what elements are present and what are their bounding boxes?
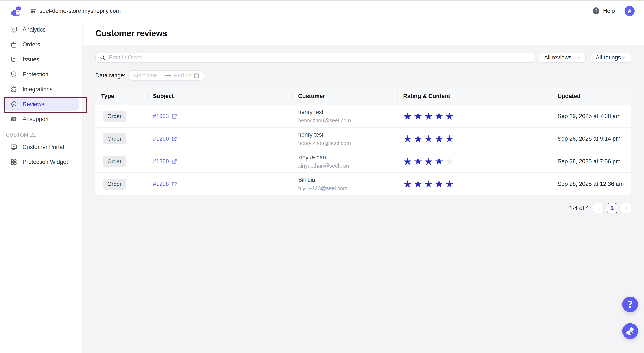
sidebar-item-ai-support[interactable]: AI support bbox=[3, 112, 79, 127]
protection-widget-icon bbox=[10, 158, 18, 166]
store-domain: seel-demo-store.myshopify.com bbox=[40, 8, 121, 14]
customer-name: henry test bbox=[298, 109, 398, 116]
seal-icon bbox=[625, 326, 635, 336]
updated-timestamp: Sep 28, 2025 at 12:36 am bbox=[552, 181, 631, 187]
reviews-chat-icon bbox=[10, 101, 18, 108]
star-filled-icon: ★ bbox=[414, 178, 424, 189]
chevron-down-icon bbox=[621, 55, 626, 60]
star-filled-icon: ★ bbox=[435, 156, 445, 167]
table-row: Order #1298 Bill Liu h.y.li+123@seel.com… bbox=[96, 172, 631, 195]
ratings-filter-dropdown[interactable]: All ratings bbox=[590, 53, 631, 63]
floating-seal-chat-button[interactable] bbox=[622, 323, 638, 339]
sidebar-item-protection[interactable]: Protection bbox=[3, 67, 79, 82]
star-filled-icon: ★ bbox=[424, 178, 435, 189]
sidebar-item-label: Customer Portal bbox=[22, 144, 64, 151]
column-header-rating: Rating & Content bbox=[398, 88, 552, 105]
column-header-updated: Updated bbox=[552, 88, 631, 105]
star-filled-icon: ★ bbox=[424, 133, 435, 144]
reviews-table: Type Subject Customer Rating & Content U… bbox=[96, 88, 631, 195]
type-badge: Order bbox=[103, 179, 126, 189]
order-link[interactable]: #1298 bbox=[153, 181, 177, 187]
sidebar-item-analytics[interactable]: Analytics bbox=[3, 22, 79, 37]
star-filled-icon: ★ bbox=[403, 111, 414, 122]
customer-name: henry test bbox=[298, 132, 398, 138]
updated-timestamp: Sep 28, 2025 at 9:14 pm bbox=[552, 136, 631, 142]
order-number: #1300 bbox=[153, 158, 169, 165]
order-link[interactable]: #1300 bbox=[153, 158, 177, 165]
table-row: Order #1303 henry test henry.zhou@seel.c… bbox=[96, 105, 631, 127]
shield-check-icon bbox=[10, 71, 18, 78]
topbar: seel-demo-store.myshopify.com ? Help A bbox=[0, 0, 644, 21]
star-filled-icon: ★ bbox=[445, 133, 456, 144]
customer-email: xinyue.han@seel.com bbox=[298, 163, 398, 169]
star-empty-icon: ★ bbox=[445, 156, 456, 167]
ratings-filter-value: All ratings bbox=[596, 54, 621, 61]
external-link-icon bbox=[172, 181, 177, 187]
sidebar-item-customer-portal[interactable]: Customer Portal bbox=[3, 140, 79, 155]
next-page-button[interactable] bbox=[620, 203, 631, 213]
reviews-filter-dropdown[interactable]: All reviews bbox=[539, 53, 586, 63]
star-filled-icon: ★ bbox=[403, 133, 414, 144]
search-input[interactable] bbox=[108, 54, 530, 61]
sidebar-item-label: Analytics bbox=[22, 27, 46, 33]
ai-support-icon bbox=[10, 116, 18, 123]
prev-page-button[interactable] bbox=[593, 203, 604, 213]
column-header-subject: Subject bbox=[147, 88, 292, 105]
question-mark-icon: ? bbox=[628, 299, 633, 310]
chevron-down-icon bbox=[576, 55, 581, 60]
sidebar-item-label: Issues bbox=[22, 56, 39, 63]
type-badge: Order bbox=[103, 133, 126, 144]
end-date-input[interactable] bbox=[174, 72, 191, 79]
column-header-customer: Customer bbox=[292, 88, 398, 105]
rating-stars: ★★★★★ bbox=[403, 134, 552, 144]
rating-stars: ★★★★★ bbox=[403, 111, 552, 121]
star-filled-icon: ★ bbox=[435, 178, 445, 189]
table-row: Order #1290 henry test henry.zhou@seel.c… bbox=[96, 127, 631, 150]
start-date-input[interactable] bbox=[133, 72, 162, 79]
customer-email: h.y.li+123@seel.com bbox=[298, 185, 398, 191]
avatar[interactable]: A bbox=[624, 6, 635, 16]
sidebar-item-label: AI support bbox=[22, 116, 49, 123]
sidebar-item-protection-widget[interactable]: Protection Widget bbox=[3, 155, 79, 169]
main-content: Customer reviews All reviews All ratings… bbox=[83, 21, 644, 353]
seel-logo-icon bbox=[10, 5, 23, 17]
chevron-left-icon bbox=[596, 205, 601, 211]
external-link-icon bbox=[172, 136, 177, 142]
sidebar-item-label: Orders bbox=[22, 41, 40, 48]
star-filled-icon: ★ bbox=[445, 111, 456, 122]
sidebar-item-label: Integrations bbox=[22, 86, 52, 93]
sidebar-item-label: Protection bbox=[22, 71, 48, 78]
rating-stars: ★★★★★ bbox=[403, 179, 552, 189]
page-1-button[interactable]: 1 bbox=[607, 203, 618, 213]
sidebar-item-label: Protection Widget bbox=[22, 159, 68, 165]
table-header-row: Type Subject Customer Rating & Content U… bbox=[96, 88, 631, 105]
star-filled-icon: ★ bbox=[424, 156, 435, 167]
sidebar-item-integrations[interactable]: Integrations bbox=[3, 82, 79, 97]
customer-email: henry.zhou@seel.com bbox=[298, 117, 398, 124]
puzzle-icon bbox=[10, 86, 18, 93]
store-select-arrows-icon bbox=[124, 8, 129, 14]
search-box bbox=[96, 53, 534, 63]
order-link[interactable]: #1290 bbox=[153, 136, 177, 142]
store-switcher[interactable]: seel-demo-store.myshopify.com bbox=[30, 8, 129, 14]
sidebar-item-orders[interactable]: Orders bbox=[3, 37, 79, 52]
star-filled-icon: ★ bbox=[403, 178, 414, 189]
floating-help-button[interactable]: ? bbox=[622, 296, 638, 312]
rating-stars: ★★★★★ bbox=[403, 156, 552, 166]
external-link-icon bbox=[172, 113, 177, 119]
help-button[interactable]: ? Help bbox=[593, 8, 615, 14]
customer-portal-icon bbox=[10, 143, 18, 151]
external-link-icon bbox=[172, 159, 177, 164]
star-filled-icon: ★ bbox=[414, 133, 424, 144]
sidebar-item-issues[interactable]: Issues bbox=[3, 52, 79, 67]
order-link[interactable]: #1303 bbox=[153, 113, 177, 120]
analytics-icon bbox=[10, 26, 18, 33]
pagination-range-label: 1-4 of 4 bbox=[569, 205, 589, 211]
customer-name: Bill Liu bbox=[298, 177, 398, 183]
order-number: #1290 bbox=[153, 136, 169, 142]
storefront-icon bbox=[30, 8, 37, 14]
date-range-picker[interactable] bbox=[128, 70, 204, 81]
help-icon: ? bbox=[593, 8, 600, 14]
star-filled-icon: ★ bbox=[424, 111, 435, 122]
sidebar-item-reviews[interactable]: Reviews bbox=[3, 98, 79, 111]
